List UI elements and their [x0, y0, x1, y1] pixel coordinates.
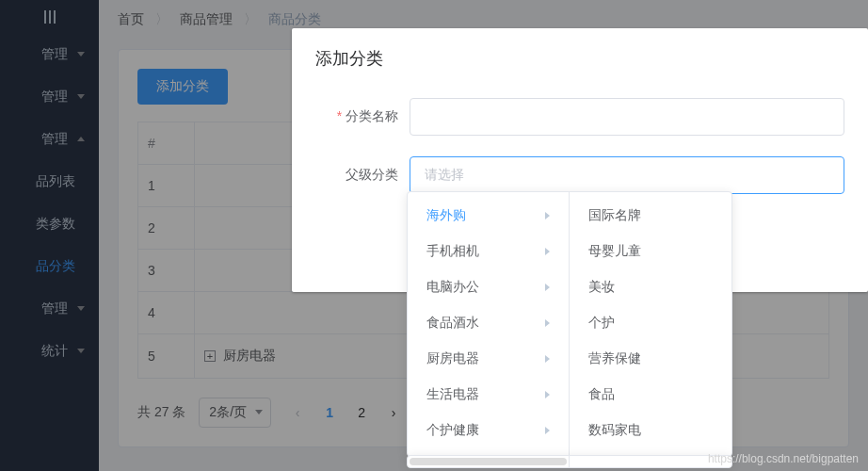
watermark: https://blog.csdn.net/bigpatten [708, 452, 859, 465]
chevron-right-icon [545, 391, 550, 398]
cascader-option[interactable]: 个护健康 [408, 413, 569, 448]
field-name-label: 分类名称 [315, 108, 410, 125]
cascader-option[interactable]: 生活电器 [408, 377, 569, 413]
cascader-scrollbar[interactable] [407, 455, 732, 468]
chevron-right-icon [545, 355, 550, 363]
dialog-title: 添加分类 [315, 47, 844, 70]
cascader-option[interactable]: 母婴儿童 [570, 234, 731, 269]
parent-category-cascader[interactable]: 请选择 [410, 156, 844, 194]
cascader-dropdown: 海外购手机相机电脑办公食品酒水厨房电器生活电器个护健康烹饪厨具 国际名牌母婴儿童… [407, 191, 732, 457]
chevron-right-icon [545, 427, 550, 434]
chevron-right-icon [545, 319, 550, 327]
field-parent-label: 父级分类 [315, 167, 410, 184]
chevron-right-icon [545, 212, 550, 219]
cascader-option[interactable]: 数码家电 [570, 413, 731, 448]
category-name-input[interactable] [410, 98, 844, 136]
cascader-option[interactable]: 海外购 [408, 198, 569, 234]
cascader-option[interactable]: 手机相机 [408, 234, 569, 269]
cascader-option[interactable]: 营养保健 [570, 341, 731, 377]
cascader-option[interactable]: 国际名牌 [570, 198, 731, 234]
cascader-option[interactable]: 厨房电器 [408, 341, 569, 377]
cascader-option[interactable]: 食品 [570, 377, 731, 413]
chevron-right-icon [545, 248, 550, 255]
cascader-option[interactable]: 电脑办公 [408, 269, 569, 305]
cascader-option[interactable]: 个护 [570, 305, 731, 341]
chevron-right-icon [545, 284, 550, 291]
cascader-option[interactable]: 食品酒水 [408, 305, 569, 341]
cascader-option[interactable]: 美妆 [570, 269, 731, 305]
